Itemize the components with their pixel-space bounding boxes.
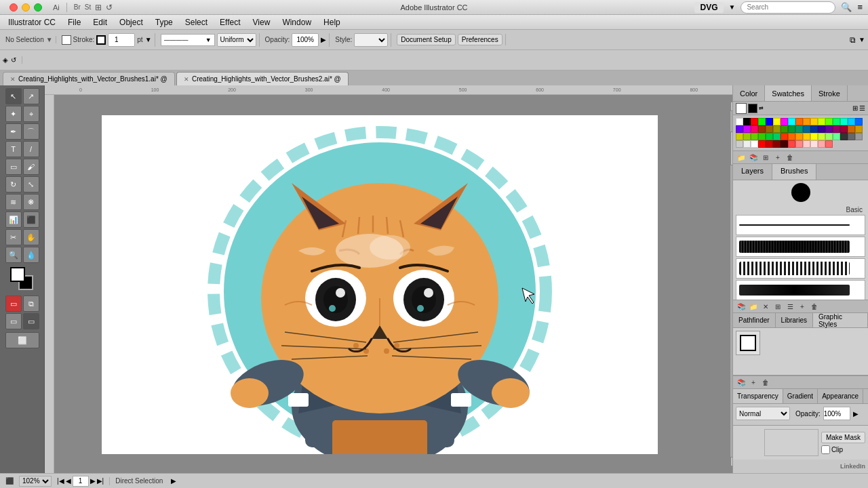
brush-stroke-3[interactable] xyxy=(736,258,865,279)
graphic-style-default[interactable] xyxy=(736,331,760,355)
minimize-button[interactable] xyxy=(22,3,30,12)
swatch-item[interactable] xyxy=(848,125,855,133)
new-swatch-icon[interactable]: + xyxy=(772,152,783,163)
menu-object[interactable]: Object xyxy=(114,16,149,28)
menu-effect[interactable]: Effect xyxy=(214,16,245,28)
dvg-chevron[interactable]: ▼ xyxy=(729,3,736,11)
opacity-input-transparency[interactable] xyxy=(823,407,850,420)
workspace-icon[interactable]: ⊞ xyxy=(95,3,102,12)
swatch-item[interactable] xyxy=(743,140,751,148)
tab-stroke[interactable]: Stroke xyxy=(812,85,848,101)
swatch-item[interactable] xyxy=(818,140,825,148)
swatch-item[interactable] xyxy=(855,125,863,133)
swap-colors-icon[interactable]: ⇄ xyxy=(759,105,764,111)
swatch-item[interactable] xyxy=(810,125,818,133)
close-button[interactable] xyxy=(9,3,18,12)
swatch-item[interactable] xyxy=(818,118,825,125)
swatch-item[interactable] xyxy=(736,125,743,133)
swatch-item[interactable] xyxy=(803,133,810,140)
swatch-item[interactable] xyxy=(758,125,766,133)
swatch-item[interactable] xyxy=(833,118,840,125)
swatch-item[interactable] xyxy=(751,140,758,148)
swatch-item[interactable] xyxy=(788,118,795,125)
style-select[interactable] xyxy=(354,33,388,47)
library-icon[interactable]: 📚 xyxy=(748,152,759,163)
tab-pathfinder[interactable]: Pathfinder xyxy=(733,313,776,327)
status-expand-btn[interactable]: ▶ xyxy=(171,477,176,485)
title-search-input[interactable] xyxy=(741,1,835,14)
swatch-item[interactable] xyxy=(788,140,795,148)
opacity-input[interactable] xyxy=(292,33,319,47)
swatch-item[interactable] xyxy=(781,118,788,125)
hand-tool[interactable]: ✋ xyxy=(23,229,39,245)
swatch-item[interactable] xyxy=(848,118,855,125)
swatch-item[interactable] xyxy=(766,118,773,125)
vertical-scrollbar[interactable]: ▲ ▼ xyxy=(730,102,732,466)
make-mask-button[interactable]: Make Mask xyxy=(821,432,865,443)
gs-lib-icon[interactable]: 📚 xyxy=(736,377,747,388)
blend-mode-select[interactable]: Normal xyxy=(736,407,790,420)
swatch-item[interactable] xyxy=(781,125,788,133)
pen-tool[interactable]: ✒ xyxy=(5,123,22,140)
tab-appearance[interactable]: Appearance xyxy=(818,389,863,403)
menu-icon[interactable]: ≡ xyxy=(857,2,863,12)
brush-stroke-2[interactable] xyxy=(736,237,865,257)
selection-chevron[interactable]: ▼ xyxy=(46,36,53,43)
brush-lib-icon[interactable]: 📚 xyxy=(736,301,747,312)
swatch-item[interactable] xyxy=(803,125,810,133)
swatch-item[interactable] xyxy=(803,140,810,148)
menu-file[interactable]: File xyxy=(62,16,86,28)
brush-color-circle[interactable] xyxy=(791,183,810,202)
swatch-item[interactable] xyxy=(751,125,758,133)
swatch-item[interactable] xyxy=(773,133,781,140)
gs-new-icon[interactable]: + xyxy=(748,377,759,388)
swatch-item[interactable] xyxy=(825,140,833,148)
paintbrush-tool[interactable]: 🖌 xyxy=(23,159,39,175)
brush-selector[interactable]: ———— ▼ xyxy=(161,34,215,46)
swatch-item[interactable] xyxy=(795,118,803,125)
reset-icon[interactable]: ↺ xyxy=(11,56,16,64)
tab-libraries[interactable]: Libraries xyxy=(776,313,813,327)
menu-help[interactable]: Help xyxy=(318,16,346,28)
tab-graphic-styles[interactable]: Graphic Styles xyxy=(813,313,868,327)
brush-new-group-icon[interactable]: 📁 xyxy=(748,301,759,312)
tab-swatches[interactable]: Swatches xyxy=(765,85,812,101)
column-graph-tool[interactable]: 📊 xyxy=(5,211,22,228)
gs-delete-icon[interactable]: 🗑 xyxy=(760,377,771,388)
swatch-item[interactable] xyxy=(810,140,818,148)
tab-1-close[interactable]: ✕ xyxy=(10,76,16,83)
magic-wand-tool[interactable]: ✦ xyxy=(5,106,22,122)
artboard-tool[interactable]: ⬛ xyxy=(23,211,39,228)
direct-selection-tool[interactable]: ↗ xyxy=(23,88,39,104)
scroll-down-btn[interactable]: ▼ xyxy=(730,457,732,466)
layer-icon[interactable]: ⧉ xyxy=(23,296,39,312)
curvature-tool[interactable]: ⌒ xyxy=(23,123,39,140)
swatch-list-icon[interactable]: ☰ xyxy=(859,104,865,112)
swatch-item[interactable] xyxy=(840,133,848,140)
brush-delete-icon[interactable]: 🗑 xyxy=(809,301,820,312)
zoom-tool[interactable]: 🔍 xyxy=(5,247,22,263)
line-tool[interactable]: / xyxy=(23,141,39,157)
delete-swatch-icon[interactable]: 🗑 xyxy=(785,152,795,163)
scroll-thumb[interactable] xyxy=(730,131,732,165)
swatch-item[interactable] xyxy=(810,118,818,125)
brush-type-select[interactable]: Uniform xyxy=(217,33,256,47)
tab-brushes[interactable]: Brushes xyxy=(772,164,816,180)
warp-tool[interactable]: ≋ xyxy=(5,194,22,210)
brush-stroke-4[interactable] xyxy=(736,280,865,300)
swatch-view-icon[interactable]: ⊞ xyxy=(852,104,858,112)
tab-layers[interactable]: Layers xyxy=(733,164,772,180)
menu-illustrator[interactable]: Illustrator CC xyxy=(3,16,61,28)
document-setup-button[interactable]: Document Setup xyxy=(397,34,456,45)
prev-page-btn[interactable]: ◀ xyxy=(66,477,71,485)
selection-tool[interactable]: ↖ xyxy=(5,88,22,104)
brush-new-icon[interactable]: + xyxy=(797,301,808,312)
swatch-item[interactable] xyxy=(743,133,751,140)
swatch-item[interactable] xyxy=(758,140,766,148)
scroll-up-btn[interactable]: ▲ xyxy=(730,102,732,111)
eyedropper-tool[interactable]: 💧 xyxy=(23,247,39,263)
tab-transparency[interactable]: Transparency xyxy=(733,389,783,403)
arrange-icon[interactable]: ⧉ xyxy=(850,35,856,45)
swatch-item[interactable] xyxy=(758,133,766,140)
rotate-tool[interactable]: ↻ xyxy=(5,176,22,192)
